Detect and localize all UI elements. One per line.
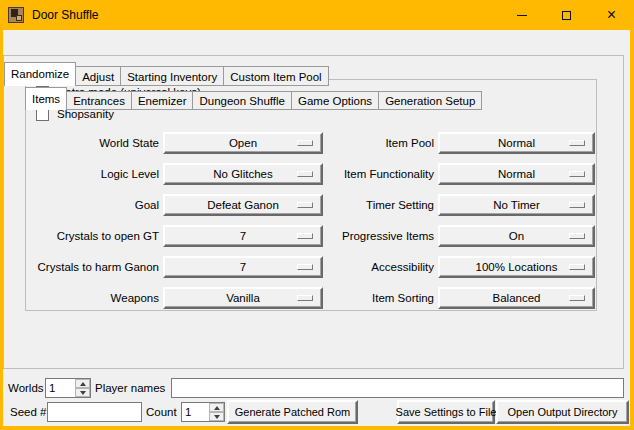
crystals-gt-select[interactable]: 7 <box>163 225 323 247</box>
tab-enemizer[interactable]: Enemizer <box>131 91 194 110</box>
dropdown-indicator-icon <box>569 233 585 239</box>
title-bar[interactable]: Door Shuffle × <box>0 0 634 30</box>
open-output-directory-button[interactable]: Open Output Directory <box>496 400 629 424</box>
count-spin-up-button[interactable] <box>209 403 224 412</box>
dropdown-indicator-icon <box>569 202 585 208</box>
caption-buttons: × <box>499 0 634 30</box>
dropdown-indicator-icon <box>569 140 585 146</box>
primary-tab-bar: Randomize Adjust Starting Inventory Cust… <box>4 62 329 86</box>
world-state-select[interactable]: Open <box>163 132 323 154</box>
timer-setting-label: Timer Setting <box>326 194 434 216</box>
progressive-items-label: Progressive Items <box>326 225 434 247</box>
crystals-ganon-value: 7 <box>240 261 246 273</box>
crystals-gt-value: 7 <box>240 230 246 242</box>
progressive-items-value: On <box>509 230 524 242</box>
minimize-button[interactable] <box>499 0 544 30</box>
tab-game-options[interactable]: Game Options <box>291 91 379 110</box>
accessibility-label: Accessibility <box>326 256 434 278</box>
item-functionality-value: Normal <box>498 168 535 180</box>
tab-custom-item-pool[interactable]: Custom Item Pool <box>223 66 328 86</box>
client-area: Randomize Adjust Starting Inventory Cust… <box>3 30 630 426</box>
tab-generation-setup[interactable]: Generation Setup <box>378 91 482 110</box>
item-pool-value: Normal <box>498 137 535 149</box>
close-button[interactable]: × <box>589 0 634 30</box>
arrow-up-icon <box>214 406 220 410</box>
count-spin-down-button[interactable] <box>209 412 224 421</box>
weapons-value: Vanilla <box>226 292 260 304</box>
tab-entrances[interactable]: Entrances <box>66 91 132 110</box>
logic-level-select[interactable]: No Glitches <box>163 163 323 185</box>
arrow-up-icon <box>80 382 86 386</box>
maximize-button[interactable] <box>544 0 589 30</box>
player-names-label: Player names <box>95 381 165 395</box>
secondary-tab-bar: Items Entrances Enemizer Dungeon Shuffle… <box>25 87 482 110</box>
weapons-select[interactable]: Vanilla <box>163 287 323 309</box>
item-pool-label: Item Pool <box>326 132 434 154</box>
count-spinner[interactable] <box>181 402 225 422</box>
save-settings-button[interactable]: Save Settings to File <box>397 400 495 424</box>
items-panel-content: Retro mode (universal keys) Shopsanity W… <box>26 80 596 310</box>
world-state-label: World State <box>30 132 159 154</box>
item-functionality-select[interactable]: Normal <box>438 163 595 185</box>
door-shuffle-window: Door Shuffle × Randomize Adjust Starting… <box>0 0 634 430</box>
tab-dungeon-shuffle[interactable]: Dungeon Shuffle <box>192 91 291 110</box>
worlds-spinner[interactable] <box>45 378 91 398</box>
seed-label: Seed # <box>10 405 46 419</box>
maximize-icon <box>562 11 571 20</box>
goal-value: Defeat Ganon <box>207 199 279 211</box>
world-state-value: Open <box>229 137 257 149</box>
dropdown-indicator-icon <box>297 171 313 177</box>
crystals-ganon-label: Crystals to harm Ganon <box>30 256 159 278</box>
crystals-gt-label: Crystals to open GT <box>30 225 159 247</box>
item-pool-select[interactable]: Normal <box>438 132 595 154</box>
arrow-down-icon <box>80 391 86 395</box>
tab-items[interactable]: Items <box>25 87 67 110</box>
item-functionality-label: Item Functionality <box>326 163 434 185</box>
item-sorting-value: Balanced <box>493 292 541 304</box>
worlds-input[interactable] <box>46 379 75 397</box>
dropdown-indicator-icon <box>297 233 313 239</box>
weapons-label: Weapons <box>30 287 159 309</box>
goal-label: Goal <box>30 194 159 216</box>
logic-level-label: Logic Level <box>30 163 159 185</box>
tab-adjust[interactable]: Adjust <box>75 66 121 86</box>
timer-setting-select[interactable]: No Timer <box>438 194 595 216</box>
dropdown-indicator-icon <box>569 295 585 301</box>
accessibility-select[interactable]: 100% Locations <box>438 256 595 278</box>
close-icon: × <box>607 7 616 23</box>
tab-starting-inventory[interactable]: Starting Inventory <box>120 66 224 86</box>
crystals-ganon-select[interactable]: 7 <box>163 256 323 278</box>
worlds-spin-down-button[interactable] <box>75 388 90 397</box>
dropdown-indicator-icon <box>569 264 585 270</box>
progressive-items-select[interactable]: On <box>438 225 595 247</box>
arrow-down-icon <box>214 415 220 419</box>
accessibility-value: 100% Locations <box>476 261 558 273</box>
worlds-label: Worlds <box>8 381 44 395</box>
generate-patched-rom-button[interactable]: Generate Patched Rom <box>227 400 358 424</box>
worlds-spin-up-button[interactable] <box>75 379 90 388</box>
tab-randomize[interactable]: Randomize <box>4 62 76 86</box>
dropdown-indicator-icon <box>297 140 313 146</box>
dropdown-indicator-icon <box>297 295 313 301</box>
timer-setting-value: No Timer <box>493 199 540 211</box>
count-label: Count <box>146 405 177 419</box>
player-names-input[interactable] <box>171 378 624 398</box>
dropdown-indicator-icon <box>569 171 585 177</box>
minimize-icon <box>517 15 527 16</box>
item-sorting-label: Item Sorting <box>326 287 434 309</box>
seed-input[interactable] <box>47 402 142 422</box>
app-door-icon <box>8 7 24 23</box>
item-sorting-select[interactable]: Balanced <box>438 287 595 309</box>
dropdown-indicator-icon <box>297 264 313 270</box>
goal-select[interactable]: Defeat Ganon <box>163 194 323 216</box>
window-title: Door Shuffle <box>32 8 99 22</box>
logic-level-value: No Glitches <box>213 168 272 180</box>
count-input[interactable] <box>182 403 209 421</box>
dropdown-indicator-icon <box>297 202 313 208</box>
